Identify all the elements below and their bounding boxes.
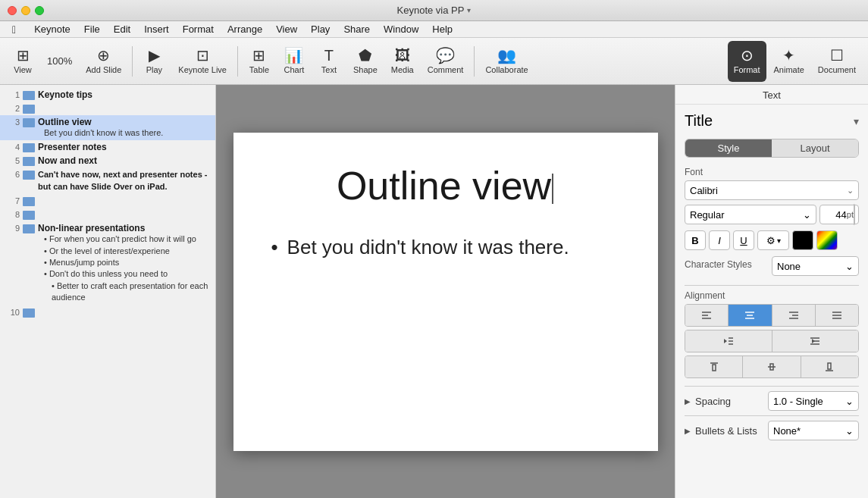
menu-insert[interactable]: Insert	[138, 22, 175, 36]
minimize-button[interactable]	[21, 6, 30, 15]
font-size-stepper[interactable]: ▴ ▾	[854, 204, 855, 225]
menu-edit[interactable]: Edit	[108, 22, 136, 36]
bullets-expand-row[interactable]: ▶ Bullets & Lists None* ⌄	[685, 421, 859, 440]
separator-3	[474, 46, 475, 77]
slide-item-1[interactable]: 1 Keynote tips	[0, 88, 215, 102]
slide-item-8[interactable]: 8	[0, 208, 215, 221]
slide-item-9[interactable]: 9 Non-linear presentations • For when yo…	[0, 221, 215, 305]
slide-item-3[interactable]: 3 Outline view Bet you didn't know it wa…	[0, 115, 215, 140]
spacing-expand-label: Spacing	[695, 396, 731, 407]
char-styles-arrow-icon: ⌄	[845, 261, 854, 272]
menu-keynote[interactable]: Keynote	[28, 22, 77, 36]
align-left-button[interactable]	[685, 305, 729, 326]
chart-button[interactable]: 📊 Chart	[277, 41, 311, 82]
window-title-arrow-icon[interactable]: ▾	[467, 6, 471, 14]
zoom-button[interactable]: 100% 100%	[41, 41, 78, 82]
slide-item-5[interactable]: 5 Now and next	[0, 154, 215, 168]
font-size-unit: pt	[847, 210, 854, 219]
play-button[interactable]: ▶ Play	[137, 41, 171, 82]
animate-icon: ✦	[782, 48, 795, 63]
menu-share[interactable]: Share	[337, 22, 376, 36]
tab-style[interactable]: Style	[685, 139, 772, 157]
align-right-button[interactable]	[772, 305, 816, 326]
slide-content-3: Outline view Bet you didn't know it was …	[38, 117, 212, 139]
underline-button[interactable]: U	[733, 230, 754, 250]
slide-sidebar[interactable]: 1 Keynote tips 2 3 Outline view Bet you …	[0, 85, 216, 498]
slide-canvas[interactable]: Outline view Bet you didn't know it was …	[233, 133, 658, 451]
menu-play[interactable]: Play	[305, 22, 336, 36]
menu-file[interactable]: File	[78, 22, 106, 36]
slide-item-10[interactable]: 10	[0, 305, 215, 319]
valign-middle-icon	[766, 362, 777, 372]
slide-item-4[interactable]: 4 Presenter notes	[0, 140, 215, 154]
menu-arrange[interactable]: Arrange	[221, 22, 268, 36]
menu-view[interactable]: View	[270, 22, 303, 36]
slide-num-3: 3	[3, 117, 20, 127]
media-button[interactable]: 🖼 Media	[385, 41, 420, 82]
menu-format[interactable]: Format	[177, 22, 220, 36]
valign-top-button[interactable]	[685, 356, 743, 377]
maximize-button[interactable]	[35, 6, 44, 15]
media-icon: 🖼	[395, 48, 410, 63]
format-button[interactable]: ⊙ Format	[728, 41, 766, 82]
slide-content-4: Presenter notes	[38, 142, 212, 152]
slide-num-4: 4	[3, 142, 20, 152]
align-center-button[interactable]	[729, 305, 772, 326]
slide-thumb-10	[23, 309, 35, 318]
right-panel: Text Title ▾ Style Layout Font Calibri ⌄	[675, 85, 868, 498]
slide-thumb-2	[23, 105, 35, 114]
slide-item-6[interactable]: 6 Can't have now, next and presenter not…	[0, 168, 215, 194]
traffic-lights[interactable]	[8, 6, 44, 15]
spacing-select[interactable]: 1.0 - Single ⌄	[768, 391, 859, 411]
format-buttons-row: B I U ⚙ ▾	[685, 230, 859, 250]
valign-middle-button[interactable]	[743, 356, 801, 377]
align-justify-button[interactable]	[816, 305, 858, 326]
comment-button[interactable]: 💬 Comment	[421, 41, 470, 82]
slide-num-8: 8	[3, 209, 20, 219]
slide-thumb-3	[23, 118, 35, 127]
collaborate-button[interactable]: 👥 Collaborate	[479, 41, 534, 82]
tab-layout[interactable]: Layout	[772, 139, 858, 157]
menu-help[interactable]: Help	[426, 22, 459, 36]
main-layout: 1 Keynote tips 2 3 Outline view Bet you …	[0, 85, 868, 498]
toolbar: ⊞ View 100% 100% ⊕ Add Slide ▶ Play ⊡ Ke…	[0, 38, 868, 85]
add-slide-button[interactable]: ⊕ Add Slide	[80, 41, 127, 82]
shape-icon: ⬟	[359, 48, 371, 63]
spacing-expand-row[interactable]: ▶ Spacing 1.0 - Single ⌄	[685, 391, 859, 411]
apple-menu[interactable]: 	[6, 22, 22, 37]
table-button[interactable]: ⊞ Table	[243, 41, 276, 82]
slide-title-1: Keynote tips	[38, 89, 212, 100]
text-options-button[interactable]: ⚙ ▾	[757, 230, 789, 250]
slide-item-2[interactable]: 2	[0, 102, 215, 115]
indent-decrease-button[interactable]	[685, 330, 772, 352]
font-style-select[interactable]: Regular ⌄	[685, 205, 816, 224]
italic-button[interactable]: I	[709, 230, 730, 250]
close-button[interactable]	[8, 6, 17, 15]
align-left-icon	[700, 310, 713, 321]
font-size-field[interactable]	[823, 209, 847, 221]
text-style-dropdown-icon[interactable]: ▾	[854, 115, 859, 127]
shape-button[interactable]: ⬟ Shape	[347, 41, 384, 82]
view-button[interactable]: ⊞ View	[6, 41, 39, 82]
slide-title-4: Presenter notes	[38, 142, 212, 152]
slide-bullet-9-0: • For when you can't predict how it will…	[38, 233, 212, 245]
valign-bottom-button[interactable]	[801, 356, 858, 377]
font-size-input[interactable]: pt ▴ ▾	[819, 205, 859, 224]
animate-button[interactable]: ✦ Animate	[768, 41, 810, 82]
char-styles-select[interactable]: None ⌄	[772, 256, 859, 276]
font-name-arrow-icon: ⌄	[847, 186, 854, 196]
format-panel-icon: ⊙	[741, 48, 754, 63]
font-name-select[interactable]: Calibri ⌄	[685, 180, 859, 200]
menu-window[interactable]: Window	[378, 22, 425, 36]
bold-button[interactable]: B	[685, 230, 706, 250]
text-color-swatch[interactable]	[792, 230, 813, 250]
table-icon: ⊞	[252, 48, 265, 63]
indent-increase-button[interactable]	[772, 330, 859, 352]
text-color-options-button[interactable]	[816, 230, 838, 250]
keynote-live-button[interactable]: ⊡ Keynote Live	[172, 41, 233, 82]
bullets-select[interactable]: None* ⌄	[768, 421, 859, 440]
document-button[interactable]: ☐ Document	[812, 41, 862, 82]
slide-item-7[interactable]: 7	[0, 194, 215, 208]
text-button[interactable]: T Text	[312, 41, 346, 82]
comment-icon: 💬	[436, 48, 455, 63]
